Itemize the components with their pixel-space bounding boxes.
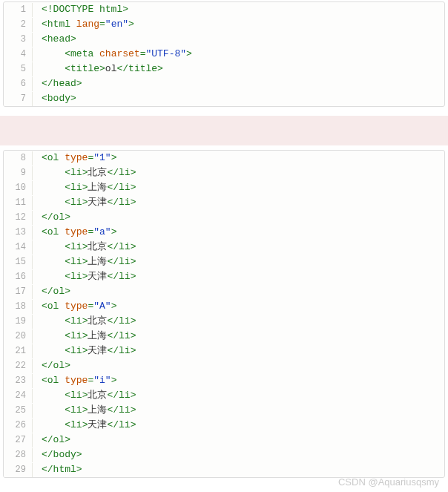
code-content: <li>北京</li> — [33, 240, 136, 254]
code-content: </body> — [33, 447, 82, 462]
code-line: 26 <li>天津</li> — [4, 418, 444, 433]
code-line: 10 <li>上海</li> — [4, 180, 444, 195]
code-line: 6</head> — [4, 76, 444, 91]
line-number: 10 — [4, 181, 33, 195]
code-content: <body> — [33, 91, 76, 105]
code-content: </ol> — [33, 358, 70, 373]
line-number: 9 — [4, 166, 33, 180]
code-line: 28</body> — [4, 447, 444, 462]
line-number: 2 — [4, 18, 33, 32]
line-number: 18 — [4, 300, 33, 314]
code-content: <li>上海</li> — [33, 180, 136, 194]
code-block: 8<ol type="1">9 <li>北京</li>10 <li>上海</li… — [3, 150, 445, 478]
code-line: 22</ol> — [4, 358, 444, 373]
code-content: <li>上海</li> — [33, 403, 136, 417]
code-block: 1<!DOCTYPE html>2<html lang="en">3<head>… — [3, 1, 445, 107]
line-number: 27 — [4, 433, 33, 447]
code-line: 16 <li>天津</li> — [4, 269, 444, 284]
code-content: <meta charset="UTF-8"> — [33, 47, 192, 61]
code-content: <ol type="i"> — [33, 373, 116, 387]
line-number: 16 — [4, 270, 33, 284]
line-number: 14 — [4, 240, 33, 255]
code-content: <li>北京</li> — [33, 165, 136, 180]
code-content: <ol type="a"> — [33, 225, 116, 239]
code-content: </head> — [33, 76, 82, 91]
code-content: <li>北京</li> — [33, 314, 136, 328]
code-content: </ol> — [33, 284, 70, 298]
code-line: 2<html lang="en"> — [4, 17, 444, 32]
code-content: <li>天津</li> — [33, 344, 136, 358]
code-line: 21 <li>天津</li> — [4, 344, 444, 358]
line-number: 19 — [4, 315, 33, 329]
code-line: 8<ol type="1"> — [4, 151, 444, 165]
line-number: 20 — [4, 329, 33, 344]
code-line: 7<body> — [4, 91, 444, 106]
line-number: 15 — [4, 255, 33, 269]
code-line: 4 <meta charset="UTF-8"> — [4, 47, 444, 62]
code-line: 9 <li>北京</li> — [4, 165, 444, 180]
code-line: 1<!DOCTYPE html> — [4, 2, 444, 17]
code-content: <ol type="A"> — [33, 299, 116, 313]
code-content: </ol> — [33, 433, 70, 447]
code-line: 27</ol> — [4, 433, 444, 447]
line-number: 1 — [4, 3, 33, 17]
code-content: <li>天津</li> — [33, 269, 136, 283]
block-separator — [0, 116, 448, 145]
code-content: <li>北京</li> — [33, 388, 136, 402]
code-line: 13<ol type="a"> — [4, 225, 444, 240]
code-line: 12</ol> — [4, 210, 444, 225]
code-content: <!DOCTYPE html> — [33, 2, 128, 16]
line-number: 8 — [4, 151, 33, 165]
line-number: 22 — [4, 359, 33, 373]
code-line: 23<ol type="i"> — [4, 373, 444, 388]
line-number: 17 — [4, 285, 33, 299]
code-line: 19 <li>北京</li> — [4, 314, 444, 329]
line-number: 24 — [4, 389, 33, 403]
code-line: 18<ol type="A"> — [4, 299, 444, 314]
code-content: <html lang="en"> — [33, 17, 134, 31]
line-number: 26 — [4, 419, 33, 433]
code-line: 29</html> — [4, 462, 444, 477]
code-content: <ol type="1"> — [33, 151, 116, 165]
code-content: <head> — [33, 32, 76, 46]
line-number: 7 — [4, 92, 33, 106]
code-content: <li>天津</li> — [33, 418, 136, 432]
code-content: </ol> — [33, 210, 70, 224]
code-line: 15 <li>上海</li> — [4, 255, 444, 269]
line-number: 11 — [4, 196, 33, 210]
line-number: 28 — [4, 448, 33, 462]
code-line: 5 <title>ol</title> — [4, 62, 444, 76]
code-line: 14 <li>北京</li> — [4, 240, 444, 255]
line-number: 23 — [4, 374, 33, 388]
code-line: 3<head> — [4, 32, 444, 47]
code-line: 20 <li>上海</li> — [4, 329, 444, 344]
code-line: 25 <li>上海</li> — [4, 403, 444, 418]
code-line: 24 <li>北京</li> — [4, 388, 444, 403]
line-number: 12 — [4, 211, 33, 225]
code-content: <title>ol</title> — [33, 62, 163, 76]
line-number: 13 — [4, 226, 33, 240]
code-line: 11 <li>天津</li> — [4, 195, 444, 210]
line-number: 6 — [4, 77, 33, 91]
line-number: 21 — [4, 344, 33, 358]
code-line: 17</ol> — [4, 284, 444, 299]
code-content: </html> — [33, 462, 82, 476]
line-number: 4 — [4, 47, 33, 62]
line-number: 29 — [4, 463, 33, 477]
line-number: 5 — [4, 62, 33, 76]
code-content: <li>天津</li> — [33, 195, 136, 209]
line-number: 3 — [4, 33, 33, 47]
code-content: <li>上海</li> — [33, 255, 136, 269]
line-number: 25 — [4, 404, 33, 418]
code-content: <li>上海</li> — [33, 329, 136, 343]
